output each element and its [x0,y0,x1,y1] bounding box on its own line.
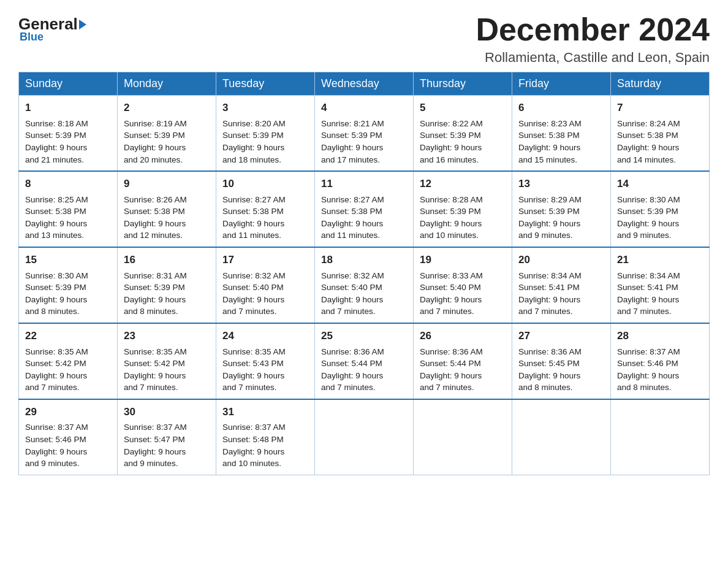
day-number: 19 [420,253,506,268]
day-info-line: Sunrise: 8:34 AM [518,270,604,282]
day-info-line: Daylight: 9 hours [222,218,308,230]
day-number: 27 [518,329,604,344]
day-info-line: Sunrise: 8:36 AM [420,346,506,358]
day-info-line: Daylight: 9 hours [25,370,111,382]
day-info-line: Daylight: 9 hours [617,142,703,154]
calendar-cell: 30Sunrise: 8:37 AMSunset: 5:47 PMDayligh… [118,399,216,475]
day-info-line: and 8 minutes. [617,381,703,394]
day-info-line: and 11 minutes. [321,229,407,242]
day-info-line: and 7 minutes. [420,305,506,318]
day-number: 29 [25,405,111,420]
day-info-line: Sunrise: 8:29 AM [518,194,604,206]
calendar-cell: 5Sunrise: 8:22 AMSunset: 5:39 PMDaylight… [414,96,512,171]
day-info-line: Daylight: 9 hours [222,142,308,154]
calendar-cell: 22Sunrise: 8:35 AMSunset: 5:42 PMDayligh… [19,323,118,399]
day-number: 24 [222,329,308,344]
day-info-line: and 7 minutes. [222,305,308,318]
day-info-line: and 12 minutes. [124,229,210,242]
day-info-line: and 7 minutes. [25,381,111,394]
day-number: 1 [25,101,111,116]
day-info-line: Sunrise: 8:35 AM [25,346,111,358]
day-number: 20 [518,253,604,268]
calendar-cell: 19Sunrise: 8:33 AMSunset: 5:40 PMDayligh… [414,247,512,323]
calendar-cell: 12Sunrise: 8:28 AMSunset: 5:39 PMDayligh… [414,171,512,247]
calendar-cell: 20Sunrise: 8:34 AMSunset: 5:41 PMDayligh… [512,247,611,323]
day-info-line: Daylight: 9 hours [321,294,407,306]
day-number: 26 [420,329,506,344]
day-info-line: Sunrise: 8:36 AM [518,346,604,358]
calendar-cell: 6Sunrise: 8:23 AMSunset: 5:38 PMDaylight… [512,96,611,171]
day-info-line: Daylight: 9 hours [420,370,506,382]
day-info-line: Sunset: 5:39 PM [25,282,111,294]
calendar-cell [414,399,512,475]
day-info-line: Sunset: 5:38 PM [518,129,604,142]
day-info-line: and 18 minutes. [222,154,308,166]
day-number: 12 [420,177,506,192]
calendar-cell: 18Sunrise: 8:32 AMSunset: 5:40 PMDayligh… [315,247,414,323]
calendar-cell: 29Sunrise: 8:37 AMSunset: 5:46 PMDayligh… [19,399,118,475]
day-info-line: Sunset: 5:48 PM [222,434,308,446]
day-info-line: Daylight: 9 hours [25,218,111,230]
day-number: 28 [617,329,703,344]
day-number: 31 [222,405,308,420]
calendar-cell [512,399,611,475]
day-info-line: and 7 minutes. [518,305,604,318]
calendar-cell: 17Sunrise: 8:32 AMSunset: 5:40 PMDayligh… [216,247,315,323]
day-number: 22 [25,329,111,344]
day-info-line: Daylight: 9 hours [518,294,604,306]
calendar-title: December 2024 [476,12,710,47]
calendar-cell: 26Sunrise: 8:36 AMSunset: 5:44 PMDayligh… [414,323,512,399]
day-info-line: Daylight: 9 hours [222,446,308,458]
day-info-line: Sunset: 5:40 PM [420,282,506,294]
day-info-line: Sunset: 5:46 PM [617,358,703,370]
day-info-line: Sunrise: 8:37 AM [124,421,210,434]
day-info-line: Sunrise: 8:34 AM [617,270,703,282]
day-info-line: Sunrise: 8:27 AM [222,194,308,206]
day-info-line: Daylight: 9 hours [518,370,604,382]
day-info-line: Daylight: 9 hours [25,294,111,306]
day-number: 7 [617,101,703,116]
day-number: 3 [222,101,308,116]
calendar-cell: 16Sunrise: 8:31 AMSunset: 5:39 PMDayligh… [118,247,216,323]
calendar-table: SundayMondayTuesdayWednesdayThursdayFrid… [18,72,710,475]
day-info-line: Sunrise: 8:33 AM [420,270,506,282]
logo: General Blue [18,12,86,44]
day-number: 5 [420,101,506,116]
day-info-line: Sunset: 5:43 PM [222,358,308,370]
calendar-cell: 27Sunrise: 8:36 AMSunset: 5:45 PMDayligh… [512,323,611,399]
day-info-line: Daylight: 9 hours [124,218,210,230]
day-number: 16 [124,253,210,268]
day-info-line: Sunrise: 8:30 AM [617,194,703,206]
calendar-week-row: 22Sunrise: 8:35 AMSunset: 5:42 PMDayligh… [19,323,710,399]
day-number: 10 [222,177,308,192]
day-info-line: and 8 minutes. [124,305,210,318]
day-info-line: and 9 minutes. [124,458,210,470]
day-info-line: and 14 minutes. [617,154,703,166]
day-info-line: Sunrise: 8:35 AM [222,346,308,358]
day-info-line: and 7 minutes. [321,381,407,394]
day-number: 25 [321,329,407,344]
calendar-cell: 24Sunrise: 8:35 AMSunset: 5:43 PMDayligh… [216,323,315,399]
calendar-subtitle: Rollamienta, Castille and Leon, Spain [476,50,710,66]
day-info-line: Sunset: 5:39 PM [222,129,308,142]
day-info-line: and 7 minutes. [617,305,703,318]
day-number: 6 [518,101,604,116]
weekday-header-friday: Friday [512,72,611,96]
calendar-week-row: 15Sunrise: 8:30 AMSunset: 5:39 PMDayligh… [19,247,710,323]
day-info-line: Sunrise: 8:32 AM [321,270,407,282]
day-info-line: and 8 minutes. [25,305,111,318]
day-info-line: Sunrise: 8:21 AM [321,118,407,130]
calendar-cell: 3Sunrise: 8:20 AMSunset: 5:39 PMDaylight… [216,96,315,171]
day-info-line: Sunrise: 8:30 AM [25,270,111,282]
day-info-line: Sunrise: 8:27 AM [321,194,407,206]
calendar-cell: 13Sunrise: 8:29 AMSunset: 5:39 PMDayligh… [512,171,611,247]
calendar-cell: 15Sunrise: 8:30 AMSunset: 5:39 PMDayligh… [19,247,118,323]
day-info-line: Sunrise: 8:32 AM [222,270,308,282]
day-info-line: Sunrise: 8:25 AM [25,194,111,206]
day-info-line: Daylight: 9 hours [321,218,407,230]
title-area: December 2024 Rollamienta, Castille and … [476,12,710,66]
calendar-cell: 11Sunrise: 8:27 AMSunset: 5:38 PMDayligh… [315,171,414,247]
day-info-line: and 21 minutes. [25,154,111,166]
day-info-line: and 13 minutes. [25,229,111,242]
day-info-line: Sunrise: 8:28 AM [420,194,506,206]
